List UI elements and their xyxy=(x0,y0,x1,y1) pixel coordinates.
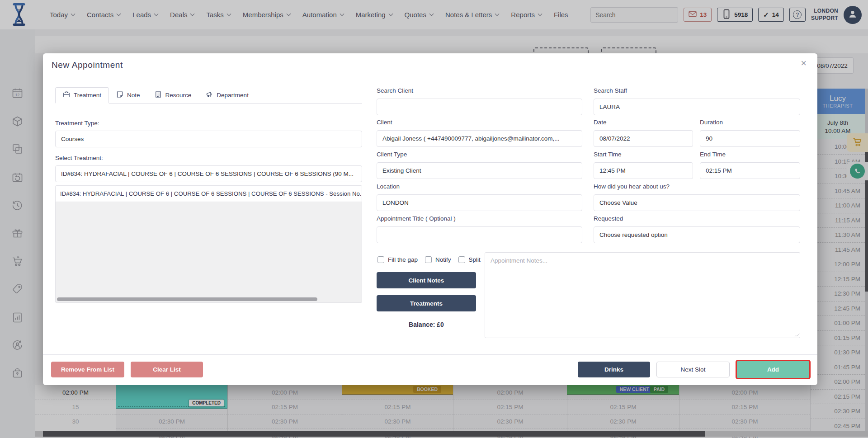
search-client-input[interactable] xyxy=(377,99,582,115)
add-button[interactable]: Add xyxy=(736,360,811,379)
start-time-label: Start Time xyxy=(594,151,622,158)
tab-label: Department xyxy=(217,92,249,99)
client-input[interactable] xyxy=(377,130,582,147)
hear-about-us-label: How did you hear about us? xyxy=(594,183,670,190)
appointment-title-input[interactable] xyxy=(377,226,582,243)
end-time-input[interactable] xyxy=(700,162,800,179)
clear-list-button[interactable]: Clear List xyxy=(131,362,203,377)
hear-about-us-select[interactable] xyxy=(594,194,800,211)
checkbox-icon xyxy=(377,256,384,263)
start-time-input[interactable] xyxy=(594,162,693,179)
remove-from-list-button[interactable]: Remove From List xyxy=(51,362,124,377)
drinks-button[interactable]: Drinks xyxy=(578,362,650,377)
date-label: Date xyxy=(594,119,607,126)
search-client-label: Search Client xyxy=(377,87,413,94)
checkbox-icon xyxy=(425,256,432,263)
megaphone-icon xyxy=(206,91,213,99)
client-type-select[interactable] xyxy=(377,162,582,179)
duration-input[interactable] xyxy=(700,130,800,147)
select-treatment-select[interactable] xyxy=(55,165,362,182)
checkbox-label: Fill the gap xyxy=(388,256,418,263)
client-type-label: Client Type xyxy=(377,151,407,158)
notify-checkbox[interactable]: Notify xyxy=(425,256,451,263)
tab-note[interactable]: Note xyxy=(109,87,147,103)
options-row: Fill the gap Notify Split xyxy=(377,256,481,263)
modal-header-divider xyxy=(43,78,817,78)
checkbox-icon xyxy=(458,256,465,263)
select-treatment-label: Select Treatment: xyxy=(55,155,103,161)
new-appointment-modal: New Appointment × Treatment Note Resourc… xyxy=(43,53,817,385)
modal-tabs: Treatment Note Resource Department xyxy=(55,87,362,104)
location-select[interactable] xyxy=(377,194,582,211)
location-label: Location xyxy=(377,183,400,190)
app-screen: Today Contacts Leads Deals Tasks Members… xyxy=(0,0,868,438)
list-scrollbar-track xyxy=(57,297,360,301)
treatment-session-list: ID#834: HYDRAFACIAL | COURSE OF 6 | COUR… xyxy=(55,185,362,303)
close-icon[interactable]: × xyxy=(801,58,807,68)
requested-select[interactable] xyxy=(594,226,800,243)
treatment-type-label: Treatment Type: xyxy=(55,120,99,127)
tab-label: Treatment xyxy=(74,92,101,99)
balance-text: Balance: £0 xyxy=(377,321,476,328)
tab-label: Resource xyxy=(165,92,192,99)
treatment-session-item[interactable]: ID#834: HYDRAFACIAL | COURSE OF 6 | COUR… xyxy=(56,186,362,202)
checkbox-label: Notify xyxy=(435,256,451,263)
modal-footer-divider xyxy=(43,354,817,355)
treatments-button[interactable]: Treatments xyxy=(377,295,476,311)
duration-label: Duration xyxy=(700,119,723,126)
requested-label: Requested xyxy=(594,215,623,222)
building-icon xyxy=(155,91,162,99)
treatment-type-select[interactable] xyxy=(55,131,362,147)
note-icon xyxy=(116,91,123,99)
appointment-notes-input[interactable] xyxy=(485,252,800,338)
tab-department[interactable]: Department xyxy=(198,87,256,103)
next-slot-button[interactable]: Next Slot xyxy=(656,362,730,377)
fill-the-gap-checkbox[interactable]: Fill the gap xyxy=(377,256,418,263)
client-label: Client xyxy=(377,119,392,126)
tab-label: Note xyxy=(127,92,140,99)
modal-title: New Appointment xyxy=(52,60,123,70)
split-checkbox[interactable]: Split xyxy=(458,256,481,263)
tab-treatment[interactable]: Treatment xyxy=(55,87,109,104)
search-staff-input[interactable] xyxy=(594,99,800,115)
briefcase-icon xyxy=(63,91,70,99)
list-horizontal-scrollbar[interactable] xyxy=(57,297,317,301)
search-staff-label: Search Staff xyxy=(594,87,627,94)
client-notes-button[interactable]: Client Notes xyxy=(377,272,476,288)
appointment-title-label: Appointment Title ( Optional ) xyxy=(377,215,456,222)
checkbox-label: Split xyxy=(469,256,481,263)
tab-resource[interactable]: Resource xyxy=(147,87,199,103)
end-time-label: End Time xyxy=(700,151,726,158)
date-input[interactable] xyxy=(594,130,693,147)
